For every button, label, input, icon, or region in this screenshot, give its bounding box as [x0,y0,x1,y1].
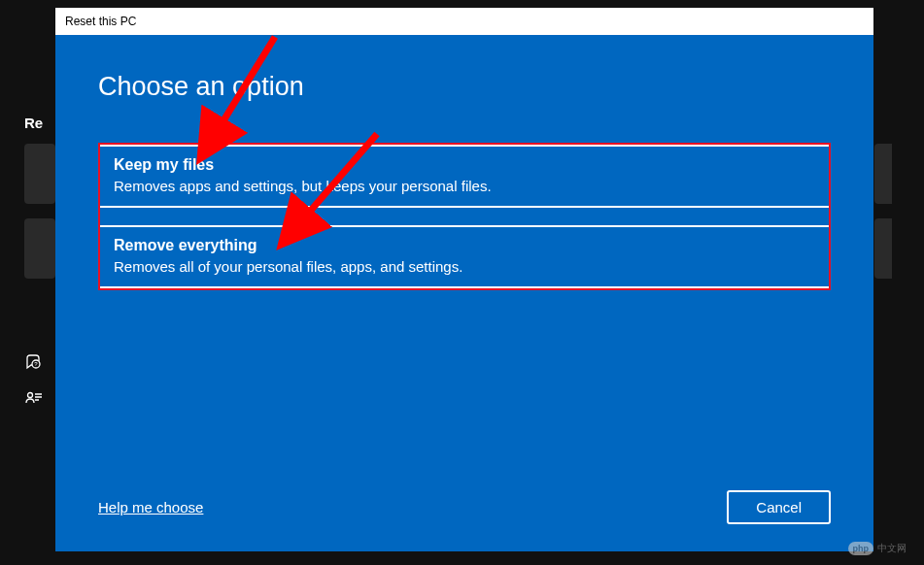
dialog-titlebar: Reset this PC [55,8,873,35]
option-title: Remove everything [114,237,815,254]
reset-pc-dialog: Reset this PC Choose an option Keep my f… [55,8,873,551]
background-row [24,218,55,279]
background-row [24,144,55,204]
svg-point-2 [28,393,33,398]
give-feedback-icon[interactable] [24,390,44,410]
watermark-badge: php [848,542,874,555]
option-title: Keep my files [114,156,815,174]
options-highlight-box: Keep my files Removes apps and settings,… [98,143,831,290]
dialog-heading: Choose an option [98,72,831,102]
watermark-text: 中文网 [877,542,907,555]
dialog-title: Reset this PC [65,15,136,28]
cancel-button[interactable]: Cancel [727,490,831,524]
get-help-icon[interactable]: ? [24,351,44,371]
help-me-choose-link[interactable]: Help me choose [98,499,203,515]
option-description: Removes apps and settings, but keeps you… [114,178,815,194]
option-description: Removes all of your personal files, apps… [114,258,815,275]
option-remove-everything[interactable]: Remove everything Removes all of your pe… [100,225,829,288]
background-row [874,218,892,279]
watermark: php 中文网 [848,542,907,555]
background-section-label: Re [24,115,43,131]
dialog-footer: Help me choose Cancel [98,490,831,524]
option-keep-my-files[interactable]: Keep my files Removes apps and settings,… [100,145,829,208]
background-row [874,144,892,204]
dialog-body: Choose an option Keep my files Removes a… [55,35,873,551]
